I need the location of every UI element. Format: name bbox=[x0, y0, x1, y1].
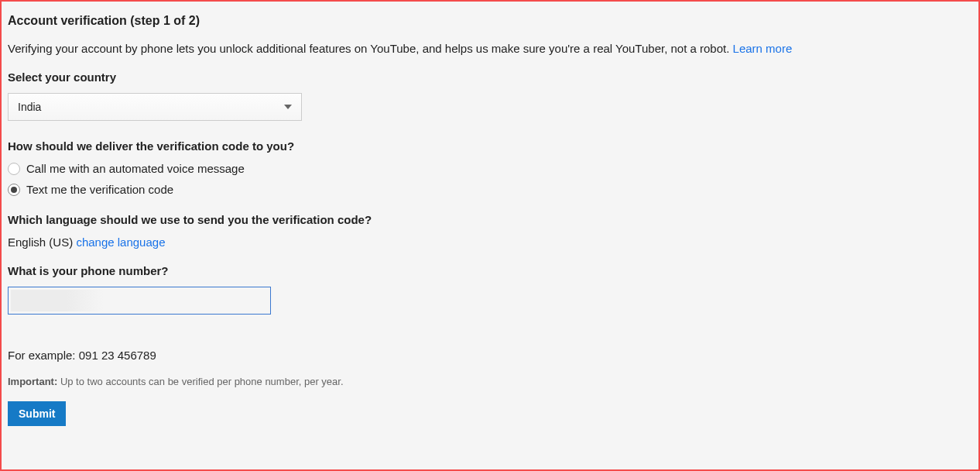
content-area: Account verification (step 1 of 2) Verif… bbox=[2, 2, 978, 437]
language-label: Which language should we use to send you… bbox=[8, 213, 972, 226]
delivery-label: How should we deliver the verification c… bbox=[8, 139, 972, 153]
page-container: Account verification (step 1 of 2) Verif… bbox=[0, 0, 980, 471]
language-row: English (US) change language bbox=[8, 236, 972, 249]
radio-label: Text me the verification code bbox=[26, 183, 173, 196]
phone-input[interactable] bbox=[8, 287, 271, 315]
description-text: Verifying your account by phone lets you… bbox=[8, 42, 733, 55]
radio-icon bbox=[8, 163, 20, 175]
delivery-radio-group: Call me with an automated voice message … bbox=[8, 162, 972, 196]
learn-more-link[interactable]: Learn more bbox=[733, 42, 793, 55]
phone-example: For example: 091 23 456789 bbox=[8, 349, 972, 362]
country-select-wrap: India bbox=[8, 93, 972, 121]
phone-input-wrap bbox=[8, 287, 972, 315]
important-text: Up to two accounts can be verified per p… bbox=[57, 376, 343, 387]
chevron-down-icon bbox=[284, 105, 292, 109]
change-language-link[interactable]: change language bbox=[76, 236, 165, 249]
verification-description: Verifying your account by phone lets you… bbox=[8, 42, 972, 55]
language-value: English (US) bbox=[8, 236, 73, 249]
radio-icon bbox=[8, 184, 20, 196]
radio-dot-icon bbox=[11, 187, 17, 193]
phone-label: What is your phone number? bbox=[8, 264, 972, 277]
radio-text-me[interactable]: Text me the verification code bbox=[8, 183, 972, 196]
page-title: Account verification (step 1 of 2) bbox=[8, 14, 972, 28]
country-select[interactable]: India bbox=[8, 93, 302, 121]
radio-label: Call me with an automated voice message bbox=[26, 162, 245, 175]
country-label: Select your country bbox=[8, 70, 972, 84]
important-note: Important: Up to two accounts can be ver… bbox=[8, 376, 972, 387]
radio-call-me[interactable]: Call me with an automated voice message bbox=[8, 162, 972, 175]
submit-button[interactable]: Submit bbox=[8, 401, 66, 426]
important-bold: Important: bbox=[8, 376, 57, 387]
country-value: India bbox=[18, 101, 41, 113]
